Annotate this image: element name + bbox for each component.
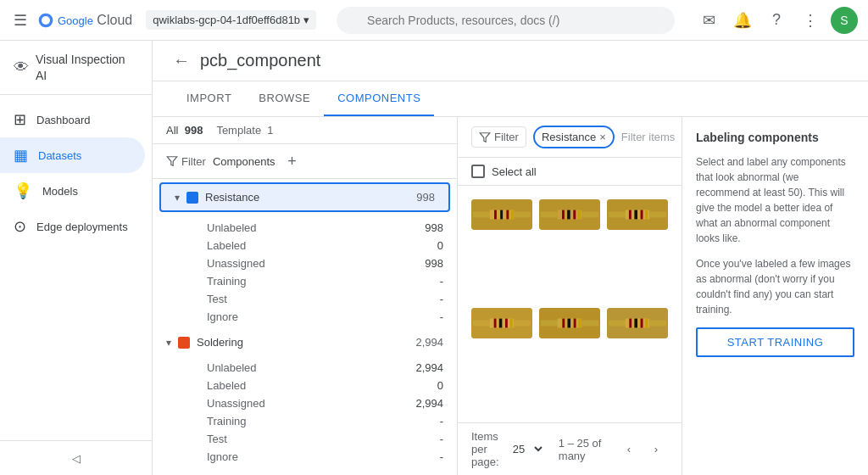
sidebar: 👁 Visual Inspection AI ⊞ Dashboard ▦ Dat… (0, 41, 153, 475)
menu-icon[interactable]: ☰ (10, 8, 31, 33)
chip-close-btn[interactable]: × (599, 131, 606, 143)
component-group-resistance: ▾ Resistance 998 Unlabeled 998 Labeled (153, 182, 457, 329)
image-cell-3[interactable] (607, 199, 668, 230)
email-icon[interactable]: ✉ (695, 7, 722, 34)
detail-unlabeled-resistance: Unlabeled 998 (180, 219, 457, 237)
component-header-soldering[interactable]: ▾ Soldering 2,994 (153, 329, 457, 355)
svg-rect-42 (510, 318, 513, 327)
detail-training-resistance: Training - (180, 272, 457, 290)
svg-rect-31 (629, 210, 632, 220)
models-icon: 💡 (14, 182, 32, 200)
select-all-checkbox[interactable] (471, 165, 485, 178)
component-header-resistance[interactable]: ▾ Resistance 998 (159, 182, 450, 212)
resistor-img-3 (607, 199, 668, 230)
right-panel-text1: Select and label any components that loo… (696, 154, 854, 246)
search-input[interactable] (337, 7, 675, 34)
chip-label: Resistance (542, 131, 596, 143)
sidebar-item-dashboard[interactable]: ⊞ Dashboard (0, 102, 145, 137)
chevron-icon-resistance: ▾ (175, 192, 180, 204)
svg-rect-19 (514, 211, 531, 217)
detail-test-resistance: Test - (180, 290, 457, 308)
svg-rect-41 (505, 318, 508, 327)
avatar[interactable]: S (831, 7, 858, 34)
filter-chip-resistance: Resistance × (533, 126, 615, 148)
svg-rect-34 (645, 210, 648, 220)
filter-input[interactable] (621, 131, 682, 143)
svg-rect-13 (473, 211, 490, 217)
detail-labeled-resistance: Labeled 0 (180, 237, 457, 254)
main-panel: Filter Resistance × × (458, 117, 682, 475)
project-selector[interactable]: qwiklabs-gcp-04-1df0eff6d81b ▾ (146, 10, 316, 30)
count-template: Template 1 (216, 124, 273, 137)
image-cell-1[interactable] (471, 199, 532, 230)
svg-rect-15 (494, 210, 497, 220)
notification-icon[interactable]: 🔔 (729, 7, 756, 34)
sidebar-item-models[interactable]: 💡 Models (0, 173, 145, 209)
image-cell-2[interactable] (539, 199, 600, 230)
svg-rect-50 (578, 318, 581, 327)
sidebar-collapse-btn[interactable]: ◁ (66, 448, 86, 468)
add-component-filter-btn[interactable]: + (282, 151, 303, 171)
svg-rect-49 (574, 318, 576, 327)
filter-button[interactable]: Filter (471, 126, 526, 148)
sidebar-bottom: ◁ (0, 440, 152, 475)
resistor-img-4 (471, 308, 532, 338)
sidebar-item-edge[interactable]: ⊙ Edge deployments (0, 209, 145, 244)
tab-components[interactable]: COMPONENTS (324, 81, 434, 116)
svg-rect-43 (514, 320, 531, 326)
sidebar-item-label-datasets: Datasets (38, 149, 81, 162)
components-label: Components (213, 155, 275, 168)
svg-rect-59 (649, 320, 666, 326)
image-cell-6[interactable] (607, 308, 668, 338)
tabs: IMPORT BROWSE COMPONENTS (153, 81, 868, 117)
filter-btn-icon (479, 131, 491, 143)
comp-count-resistance: 998 (416, 191, 435, 204)
svg-rect-23 (562, 210, 565, 220)
search-container: 🔍 (337, 7, 675, 34)
comp-color-soldering (178, 337, 190, 349)
next-page-btn[interactable]: › (644, 438, 668, 461)
svg-rect-57 (641, 318, 643, 327)
svg-rect-35 (649, 211, 666, 217)
more-icon[interactable]: ⋮ (797, 7, 824, 34)
image-cell-5[interactable] (539, 308, 600, 338)
svg-rect-48 (567, 318, 570, 327)
help-icon[interactable]: ? (763, 7, 790, 34)
detail-unassigned-soldering: Unassigned 2,994 (180, 394, 457, 412)
items-per-page-select[interactable]: 25 50 100 (509, 442, 545, 456)
svg-rect-47 (562, 318, 565, 327)
prev-page-btn[interactable]: ‹ (617, 438, 641, 461)
back-button[interactable]: ← (173, 51, 190, 70)
svg-rect-37 (473, 320, 490, 326)
pagination-label: 1 – 25 of many (559, 437, 604, 462)
dashboard-icon: ⊞ (14, 110, 26, 129)
svg-rect-16 (500, 210, 503, 220)
sidebar-item-label-dashboard: Dashboard (36, 114, 91, 126)
svg-rect-56 (634, 318, 637, 327)
resistor-img-2 (539, 199, 600, 230)
svg-rect-51 (581, 320, 598, 326)
sidebar-item-datasets[interactable]: ▦ Datasets (0, 137, 145, 173)
sidebar-nav: ⊞ Dashboard ▦ Datasets 💡 Models ⊙ Edge d… (0, 95, 152, 251)
select-all-label: Select all (492, 165, 537, 178)
comp-count-soldering: 2,994 (415, 336, 443, 349)
add-new-component-btn[interactable]: ADD NEW COMPONENT (153, 469, 457, 475)
svg-marker-3 (480, 132, 490, 142)
resistor-img-6 (607, 308, 668, 338)
select-all-bar: Select all (458, 158, 682, 186)
tab-browse[interactable]: BROWSE (245, 81, 324, 116)
comp-details-soldering: Unlabeled 2,994 Labeled 0 Unassigned 2,9… (153, 355, 457, 469)
start-training-button[interactable]: START TRAINING (696, 327, 854, 357)
left-panel-counts: All 998 Template 1 (166, 124, 274, 137)
tab-import[interactable]: IMPORT (173, 81, 245, 116)
svg-rect-18 (511, 210, 514, 220)
right-panel-title: Labeling components (696, 131, 854, 144)
comp-name-soldering: Soldering (197, 336, 409, 349)
main-panel-footer: Items per page: 25 50 100 1 – 25 of many… (458, 422, 682, 475)
left-panel: All 998 Template 1 Filter Components + (153, 117, 458, 475)
svg-rect-26 (578, 210, 581, 220)
image-cell-4[interactable] (471, 308, 532, 338)
items-per-page: Items per page: 25 50 100 (471, 430, 545, 468)
detail-training-soldering: Training - (180, 412, 457, 430)
svg-rect-55 (629, 318, 632, 327)
